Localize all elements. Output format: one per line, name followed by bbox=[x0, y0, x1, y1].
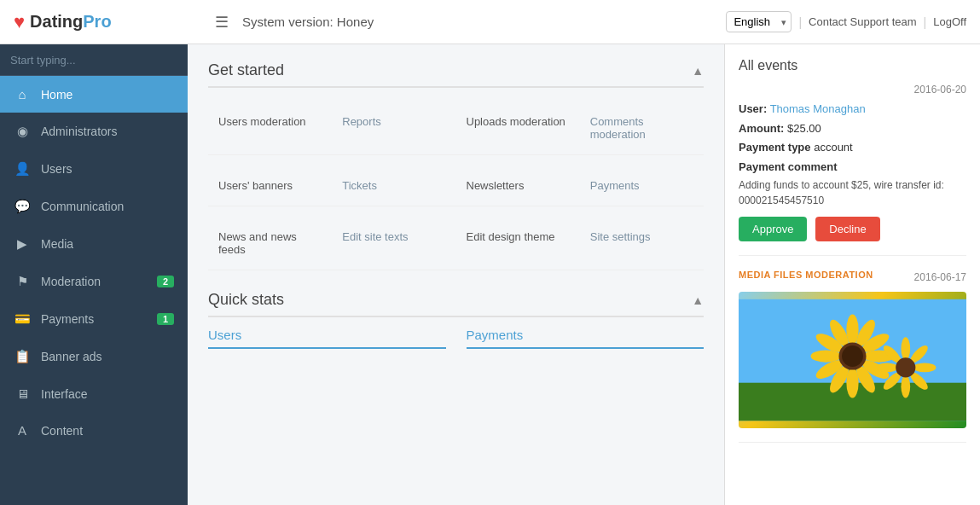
banner-ads-icon: 📋 bbox=[14, 349, 31, 364]
sidebar-search-input[interactable] bbox=[10, 54, 177, 67]
media-icon: ▶ bbox=[14, 236, 31, 252]
grid-link-item: News and news feeds bbox=[208, 217, 332, 270]
quick-stats-toggle[interactable]: ▲ bbox=[692, 293, 704, 307]
all-events-title: All events bbox=[739, 58, 966, 73]
grid-link[interactable]: Edit site texts bbox=[342, 230, 445, 243]
sidebar-item-administrators[interactable]: ◉Administrators bbox=[0, 113, 188, 150]
stats-users-col: Users bbox=[208, 328, 446, 356]
event-card: 2016-06-20 User: Thomas Monaghan Amount:… bbox=[739, 84, 966, 256]
get-started-toggle[interactable]: ▲ bbox=[692, 64, 704, 78]
sidebar-search-area[interactable] bbox=[0, 44, 188, 76]
sidebar-badge-moderation: 2 bbox=[157, 276, 174, 287]
grid-link: Users moderation bbox=[218, 115, 322, 128]
get-started-header: Get started ▲ bbox=[208, 61, 704, 88]
media-moderation-date: 2016-06-17 bbox=[914, 271, 966, 283]
media-moderation-label: MEDIA FILES MODERATION bbox=[739, 270, 873, 280]
sidebar-label-content: Content bbox=[41, 424, 174, 438]
quick-stats-header: Quick stats ▲ bbox=[208, 291, 704, 317]
event-user-field: User: Thomas Monaghan bbox=[739, 101, 966, 118]
get-started-grid: Users moderationReportsUploads moderatio… bbox=[208, 102, 704, 270]
logo-text: DatingPro bbox=[30, 12, 112, 32]
contact-support-link[interactable]: Contact Support team bbox=[809, 15, 916, 28]
sidebar-label-media: Media bbox=[41, 237, 174, 251]
svg-point-17 bbox=[901, 337, 910, 360]
quick-stats-columns: Users Payments bbox=[208, 328, 704, 356]
language-selector-wrapper[interactable]: English Spanish French German bbox=[726, 11, 792, 32]
grid-link[interactable]: Site settings bbox=[590, 230, 693, 243]
event-user-name[interactable]: Thomas Monaghan bbox=[770, 102, 866, 115]
svg-point-25 bbox=[896, 357, 915, 377]
sidebar-item-banner-ads[interactable]: 📋Banner ads bbox=[0, 338, 188, 375]
sidebar-item-moderation[interactable]: ⚑Moderation2 bbox=[0, 263, 188, 300]
grid-link: Newsletters bbox=[467, 179, 570, 192]
moderation-icon: ⚑ bbox=[14, 274, 31, 289]
home-icon: ⌂ bbox=[14, 87, 31, 102]
logoff-link[interactable]: LogOff bbox=[933, 15, 966, 28]
get-started-title: Get started bbox=[208, 61, 284, 79]
payments-icon: 💳 bbox=[14, 311, 31, 327]
approve-button[interactable]: Approve bbox=[739, 217, 807, 241]
sidebar-item-home[interactable]: ⌂Home bbox=[0, 76, 188, 113]
grid-link-item: Comments moderation bbox=[580, 102, 704, 155]
event-date: 2016-06-20 bbox=[914, 84, 966, 96]
grid-link[interactable]: Tickets bbox=[342, 179, 445, 192]
sidebar-item-payments[interactable]: 💳Payments1 bbox=[0, 300, 188, 338]
decline-button[interactable]: Decline bbox=[815, 217, 879, 241]
event-date-row: 2016-06-20 bbox=[739, 84, 966, 96]
svg-point-16 bbox=[842, 345, 863, 367]
svg-point-21 bbox=[901, 375, 910, 398]
grid-link-item: Reports bbox=[332, 102, 455, 155]
grid-link-item: Site settings bbox=[580, 217, 704, 270]
svg-point-23 bbox=[875, 363, 898, 373]
logo: ♥ DatingPro bbox=[14, 11, 201, 33]
grid-link[interactable]: Reports bbox=[342, 115, 445, 128]
communication-icon: 💬 bbox=[14, 199, 31, 214]
stats-users-title: Users bbox=[208, 328, 446, 349]
grid-link[interactable]: Payments bbox=[590, 179, 693, 192]
grid-link-item: Users moderation bbox=[208, 102, 332, 155]
grid-link: Uploads moderation bbox=[467, 115, 570, 128]
main-content: Get started ▲ Users moderationReportsUpl… bbox=[188, 44, 724, 505]
event-comment-text: Adding funds to account $25, wire transf… bbox=[739, 177, 966, 208]
grid-link: Edit design theme bbox=[467, 230, 570, 243]
sidebar-label-banner-ads: Banner ads bbox=[41, 350, 174, 363]
media-image[interactable] bbox=[739, 292, 966, 428]
grid-link-item: Tickets bbox=[332, 165, 455, 206]
grid-link-item: Uploads moderation bbox=[456, 102, 580, 155]
sidebar-item-communication[interactable]: 💬Communication bbox=[0, 188, 188, 225]
grid-link: Users' banners bbox=[218, 179, 322, 192]
sidebar-label-home: Home bbox=[41, 88, 174, 102]
right-panel: All events 2016-06-20 User: Thomas Monag… bbox=[724, 44, 980, 505]
hamburger-icon[interactable]: ☰ bbox=[215, 13, 229, 32]
event-amount-value: $25.00 bbox=[787, 122, 821, 135]
grid-link: News and news feeds bbox=[218, 230, 322, 256]
quick-stats-title: Quick stats bbox=[208, 291, 284, 309]
stats-payments-title: Payments bbox=[467, 328, 705, 349]
grid-link-item: Users' banners bbox=[208, 165, 332, 206]
language-select[interactable]: English Spanish French German bbox=[726, 11, 792, 32]
sidebar-label-interface: Interface bbox=[41, 387, 174, 401]
event-payment-comment-label: Payment comment bbox=[739, 159, 966, 176]
event-actions: Approve Decline bbox=[739, 217, 966, 241]
sidebar-item-interface[interactable]: 🖥Interface bbox=[0, 375, 188, 412]
svg-point-19 bbox=[913, 363, 937, 373]
interface-icon: 🖥 bbox=[14, 386, 31, 401]
system-version-label: System version: Honey bbox=[242, 15, 374, 29]
event-amount-field: Amount: $25.00 bbox=[739, 120, 966, 137]
sidebar-item-users[interactable]: 👤Users bbox=[0, 150, 188, 188]
sidebar-label-payments: Payments bbox=[41, 312, 147, 326]
sidebar-badge-payments: 1 bbox=[157, 313, 174, 325]
sidebar-label-users: Users bbox=[41, 162, 174, 176]
sidebar-item-media[interactable]: ▶Media bbox=[0, 225, 188, 263]
separator-2: | bbox=[924, 15, 927, 29]
sidebar: ⌂Home◉Administrators👤Users💬Communication… bbox=[0, 44, 188, 505]
sidebar-label-communication: Communication bbox=[41, 200, 174, 213]
event-payment-type-field: Payment type account bbox=[739, 139, 966, 156]
grid-link-item: Edit design theme bbox=[456, 217, 580, 270]
stats-payments-col: Payments bbox=[467, 328, 705, 356]
grid-link[interactable]: Comments moderation bbox=[590, 115, 693, 141]
topbar-right: English Spanish French German | Contact … bbox=[726, 11, 966, 32]
sidebar-label-moderation: Moderation bbox=[41, 275, 147, 288]
grid-link-item: Newsletters bbox=[456, 165, 580, 206]
sidebar-item-content[interactable]: AContent bbox=[0, 412, 188, 449]
